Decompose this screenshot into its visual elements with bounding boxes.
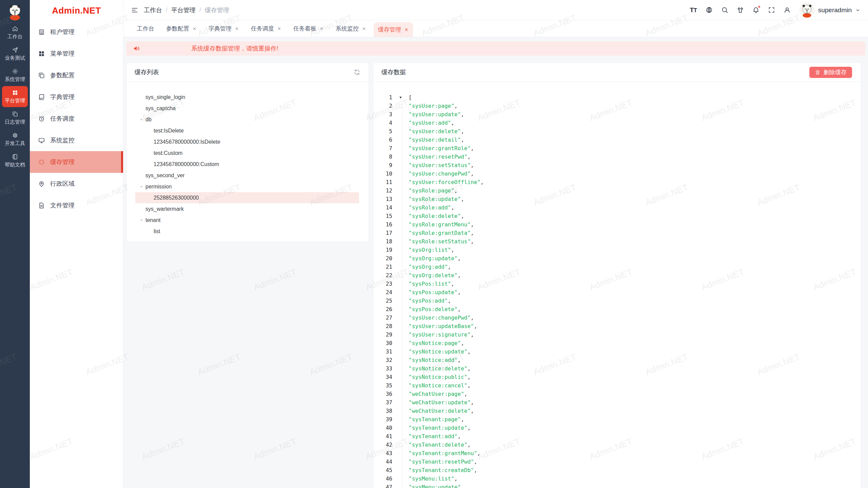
tree-node[interactable]: sys_single_login [135, 92, 359, 103]
sidebar-item[interactable]: 菜单管理 [30, 43, 123, 64]
line-number: 28 [373, 323, 392, 329]
breadcrumb-item[interactable]: 工作台 [144, 6, 162, 14]
tree-node-label: sys_captcha [145, 105, 176, 111]
line-number: 16 [373, 221, 392, 228]
sidebar-item[interactable]: 文件管理 [30, 195, 123, 216]
cache-data-card: 缓存数据 删除缓存 1[2"sysUser:page",3"sysUser:up… [373, 62, 861, 488]
collapse-caret-icon[interactable] [398, 95, 403, 100]
json-string: "weChatUser:delete" [409, 408, 471, 414]
tree-expand-caret-icon[interactable] [139, 218, 145, 222]
line-number: 3 [373, 111, 392, 118]
trash-icon [815, 69, 821, 75]
tab-label: 缓存管理 [378, 26, 401, 34]
notification-dot [757, 5, 761, 8]
comma: , [471, 145, 474, 151]
sidebar-item-label: 系统监控 [50, 136, 75, 144]
tree-node[interactable]: sys_wartermark [135, 203, 359, 215]
sidebar-item-label: 任务调度 [50, 115, 75, 123]
tree-expand-caret-icon[interactable] [139, 185, 145, 189]
tab-item[interactable]: 系统监控 [331, 20, 371, 37]
sidebar-fold-icon[interactable] [131, 6, 138, 14]
tab-close-icon[interactable] [319, 26, 324, 31]
json-string: "weChatUser:update" [409, 399, 471, 406]
json-string: "sysRole:update" [409, 196, 461, 202]
sidebar-item[interactable]: 缓存管理 [30, 151, 123, 173]
tab-close-icon[interactable] [362, 26, 366, 31]
tab-item[interactable]: 参数配置 [162, 20, 201, 37]
tab-close-icon[interactable] [192, 26, 197, 31]
tree-node[interactable]: sys_second_ver [135, 170, 359, 181]
json-string: "sysUser:add" [409, 120, 451, 126]
app-window: 工作台业务测试系统管理平台管理日志管理开发工具帮助文档 Admin.NET 租户… [0, 0, 868, 488]
search-icon-button[interactable] [721, 6, 728, 14]
rail-item[interactable]: 日志管理 [2, 107, 28, 128]
rail-item-label: 开发工具 [5, 140, 25, 147]
tree-node[interactable]: permission [135, 181, 359, 192]
avatar [799, 2, 815, 18]
line-number: 27 [373, 314, 392, 321]
sidebar-menu: 租户管理菜单管理参数配置字典管理任务调度系统监控缓存管理行政区域文件管理 [30, 21, 123, 216]
rail-item[interactable]: 工作台 [2, 22, 28, 43]
cache-tree: sys_single_loginsys_captchadbtest:IsDele… [135, 92, 359, 237]
tree-node[interactable]: 123456780000000:Custom [135, 159, 359, 170]
line-number: 13 [373, 196, 392, 202]
json-string: "sysUser:grantRole" [409, 145, 471, 151]
tab-close-icon[interactable] [404, 27, 409, 32]
delete-cache-button[interactable]: 删除缓存 [809, 67, 852, 78]
tab-item[interactable]: 字典管理 [204, 20, 243, 37]
tab-active[interactable]: 缓存管理 [374, 22, 413, 37]
sidebar-item[interactable]: 任务调度 [30, 108, 123, 129]
tree-node[interactable]: 252885263000000 [135, 192, 359, 203]
pin-icon [38, 180, 45, 187]
code-line: 30"sysNotice:page", [373, 339, 861, 347]
theme-shirt-icon-button[interactable] [737, 6, 744, 14]
sidebar-item[interactable]: 参数配置 [30, 64, 123, 86]
tree-node[interactable]: 123456780000000:IsDelete [135, 136, 359, 147]
json-string: "sysRole:setStatus" [409, 238, 471, 245]
tab-item[interactable]: 任务看板 [289, 20, 328, 37]
building-icon [38, 28, 45, 36]
json-string: "sysOrg:delete" [409, 272, 458, 279]
user-menu[interactable]: superadmin [799, 2, 861, 18]
sidebar-item[interactable]: 系统监控 [30, 129, 123, 151]
speaker-icon [133, 45, 140, 52]
brand-mascot-logo[interactable] [6, 3, 24, 21]
brand-logo-text[interactable]: Admin.NET [30, 0, 123, 21]
rail-item[interactable]: 平台管理 [2, 86, 28, 107]
comma: , [458, 255, 461, 262]
bell-icon-button[interactable] [752, 6, 760, 14]
refresh-icon[interactable] [354, 69, 360, 76]
user-icon-button[interactable] [784, 6, 791, 14]
tab-close-icon[interactable] [235, 26, 239, 31]
sidebar-item[interactable]: 行政区域 [30, 173, 123, 195]
menu-grid-icon [38, 50, 45, 57]
tab-label: 字典管理 [209, 25, 232, 33]
tab-item[interactable]: 工作台 [133, 20, 159, 37]
tab-close-icon[interactable] [277, 26, 281, 31]
line-number: 1 [373, 94, 392, 101]
tree-node[interactable]: test:IsDelete [135, 125, 359, 136]
breadcrumb-item[interactable]: 平台管理 [171, 6, 196, 14]
fullscreen-icon-button[interactable] [768, 6, 775, 14]
rail-item[interactable]: 业务测试 [2, 43, 28, 64]
tree-expand-caret-icon[interactable] [139, 118, 145, 122]
tree-node[interactable]: sys_captcha [135, 103, 359, 114]
language-icon-button[interactable] [706, 6, 713, 14]
rail-item[interactable]: 系统管理 [2, 65, 28, 86]
warning-banner: 系统缓存数据管理，请慎重操作! [126, 41, 865, 56]
close-icon [319, 26, 324, 31]
rail-item[interactable]: 帮助文档 [2, 150, 28, 171]
tab-item[interactable]: 任务调度 [246, 20, 286, 37]
sidebar-item[interactable]: 字典管理 [30, 86, 123, 108]
comma: , [474, 323, 477, 329]
font-size-icon-button[interactable]: TT [690, 7, 697, 13]
code-line: 24"sysPos:update", [373, 288, 861, 297]
sidebar-item[interactable]: 租户管理 [30, 21, 123, 43]
close-icon [277, 26, 281, 31]
tree-node[interactable]: list [135, 226, 359, 237]
tree-node[interactable]: db [135, 114, 359, 125]
tree-node[interactable]: tenant [135, 215, 359, 226]
code-line: 16"sysRole:grantMenu", [373, 220, 861, 229]
rail-item[interactable]: 开发工具 [2, 129, 28, 150]
tree-node[interactable]: test:Custom [135, 147, 359, 159]
